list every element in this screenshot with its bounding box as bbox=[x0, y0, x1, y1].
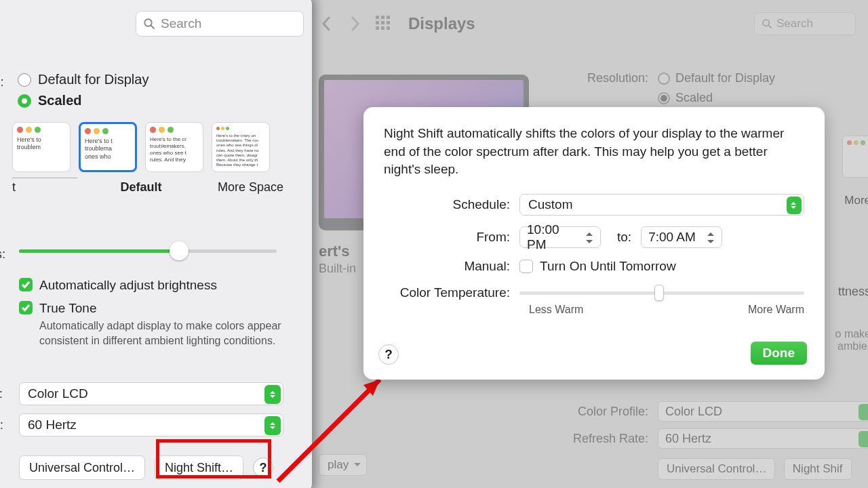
stepper-icon bbox=[264, 385, 281, 404]
refresh-rate-value: 60 Hertz bbox=[28, 418, 77, 432]
ct-less-label: Less Warm bbox=[529, 304, 583, 316]
thumb-text: troublem bbox=[17, 144, 66, 151]
radio-default[interactable] bbox=[18, 73, 31, 87]
night-shift-modal: Night Shift automatically shifts the col… bbox=[363, 107, 825, 380]
auto-brightness-label: Automatically adjust brightness bbox=[39, 278, 217, 293]
stepper-icon bbox=[859, 431, 868, 447]
thumb-text: ones who bbox=[85, 153, 131, 161]
ct-range-labels: Less Warm More Warm bbox=[529, 304, 804, 316]
thumb-text: Here's to the cr bbox=[150, 136, 199, 143]
radio-default-label: Default for Display bbox=[38, 72, 149, 87]
ct-knob[interactable] bbox=[654, 285, 664, 301]
search-icon bbox=[143, 18, 155, 30]
brightness-slider[interactable] bbox=[19, 247, 277, 253]
bg-radio-scaled-label: Scaled bbox=[675, 91, 713, 105]
svg-point-2 bbox=[144, 19, 152, 26]
forward-button[interactable] bbox=[347, 16, 363, 32]
color-profile-value: Color LCD bbox=[28, 386, 88, 401]
bg-resolution-group: Resolution: Default for Display Scaled bbox=[556, 71, 868, 110]
help-button[interactable]: ? bbox=[253, 458, 273, 478]
ct-more-label: More Warm bbox=[748, 304, 804, 316]
bg-night-shift-button[interactable]: Night Shif bbox=[784, 458, 852, 480]
bg-universal-control-button[interactable]: Universal Control… bbox=[658, 458, 775, 480]
thumb-underline bbox=[12, 178, 77, 178]
bg-color-profile-value: Color LCD bbox=[665, 405, 722, 419]
universal-control-button[interactable]: Universal Control… bbox=[19, 455, 145, 480]
slider-knob[interactable] bbox=[170, 241, 189, 260]
bg-refresh-rate-select[interactable]: 60 Hertz bbox=[658, 428, 868, 449]
back-button[interactable] bbox=[319, 16, 335, 32]
bg-search-input[interactable]: Search bbox=[754, 12, 856, 35]
color-temperature-slider[interactable] bbox=[519, 285, 804, 301]
from-time-field[interactable]: 10:00 PM bbox=[519, 226, 601, 248]
default-label: Default bbox=[80, 180, 202, 195]
done-button[interactable]: Done bbox=[751, 342, 808, 365]
bg-toolbar: Displays Search bbox=[305, 0, 868, 47]
thumb-text: ones who see t bbox=[150, 150, 199, 157]
from-time-value: 10:00 PM bbox=[527, 222, 580, 252]
fg-bottom-buttons: Universal Control… Night Shift… ? bbox=[19, 455, 273, 480]
radio-scaled[interactable] bbox=[18, 94, 31, 108]
modal-help-button[interactable]: ? bbox=[378, 344, 399, 365]
time-stepper[interactable] bbox=[707, 229, 719, 247]
grid-icon[interactable] bbox=[376, 16, 392, 32]
thumb-2-selected[interactable]: Here's to t troublema ones who bbox=[79, 122, 137, 172]
schedule-select[interactable]: Custom bbox=[519, 194, 804, 216]
refresh-rate-select[interactable]: 60 Hertz bbox=[19, 413, 283, 436]
stepper-icon bbox=[859, 404, 868, 420]
svg-line-3 bbox=[151, 25, 154, 28]
thumb-text: Here's to t bbox=[85, 138, 131, 145]
search-icon bbox=[762, 18, 772, 29]
more-space-label: More Space bbox=[202, 180, 283, 195]
thumb-text: troublemakers. bbox=[150, 143, 199, 150]
to-time-field[interactable]: 7:00 AM bbox=[641, 226, 722, 248]
chevron-down-icon bbox=[354, 463, 361, 470]
checkbox-auto-brightness[interactable] bbox=[19, 278, 33, 291]
brightness-checkboxes: Automatically adjust brightness True Ton… bbox=[19, 278, 290, 348]
larger-text-label-cut: t bbox=[12, 180, 80, 195]
thumb-4[interactable]: Here's to the crazy on troublemakers. Th… bbox=[212, 122, 270, 172]
manual-checkbox-label: Turn On Until Tomorrow bbox=[540, 259, 676, 274]
foreground-displays-panel: Search n: Default for Display Scaled Her… bbox=[0, 0, 312, 488]
time-stepper[interactable] bbox=[586, 229, 598, 247]
bg-color-profile-label: Color Profile: bbox=[556, 405, 658, 419]
schedule-value: Custom bbox=[528, 197, 572, 212]
radio-scaled-label: Scaled bbox=[38, 93, 81, 108]
thumb-labels: t Default More Space bbox=[12, 180, 283, 195]
resolution-thumbnails: Here's to troublem Here's to t troublema… bbox=[12, 122, 270, 172]
bg-display-popup[interactable]: play bbox=[319, 454, 372, 476]
refresh-rate-label-cut: te: bbox=[0, 418, 3, 432]
bg-bottom-controls: Color Profile: Color LCD Refresh Rate: 6… bbox=[556, 401, 868, 480]
schedule-label: Schedule: bbox=[384, 197, 519, 212]
to-time-value: 7:00 AM bbox=[648, 230, 696, 245]
bg-brightness-label-cut: ttness bbox=[838, 285, 868, 299]
night-shift-button[interactable]: Night Shift… bbox=[155, 455, 243, 480]
manual-checkbox[interactable] bbox=[519, 260, 533, 273]
bg-window-title: Displays bbox=[408, 14, 475, 33]
fg-resolution-radiogroup: Default for Display Scaled bbox=[18, 72, 149, 114]
thumb-text: Here's to the crazy on troublemakers. Th… bbox=[216, 134, 265, 167]
slider-fill bbox=[19, 249, 179, 253]
thumb-text: troublema bbox=[85, 145, 131, 152]
color-profile-label-cut: le: bbox=[0, 386, 3, 401]
true-tone-label: True Tone bbox=[39, 301, 97, 316]
bg-radio-default[interactable] bbox=[658, 73, 670, 85]
color-temperature-label: Color Temperature: bbox=[384, 285, 519, 300]
bg-color-profile-select[interactable]: Color LCD bbox=[658, 401, 868, 422]
bg-refresh-rate-label: Refresh Rate: bbox=[556, 432, 658, 446]
thumb-1[interactable]: Here's to troublem bbox=[12, 122, 71, 172]
from-label: From: bbox=[384, 230, 519, 245]
bg-truetone-desc-cut: o make ambier bbox=[823, 328, 868, 352]
bg-display-name: ert's bbox=[319, 243, 350, 260]
bg-display-subtitle: Built-in bbox=[319, 262, 356, 276]
fg-search-input[interactable]: Search bbox=[136, 11, 304, 37]
night-shift-intro: Night Shift automatically shifts the col… bbox=[384, 125, 804, 179]
thumb-3[interactable]: Here's to the cr troublemakers. ones who… bbox=[145, 122, 203, 172]
checkbox-true-tone[interactable] bbox=[19, 301, 33, 314]
thumb-text: Here's to bbox=[17, 136, 66, 144]
bg-thumb-more-space[interactable] bbox=[842, 136, 868, 178]
bg-radio-scaled[interactable] bbox=[658, 92, 670, 104]
bg-resolution-label: Resolution: bbox=[556, 71, 658, 85]
color-profile-select[interactable]: Color LCD bbox=[19, 382, 283, 405]
to-label: to: bbox=[617, 230, 631, 245]
